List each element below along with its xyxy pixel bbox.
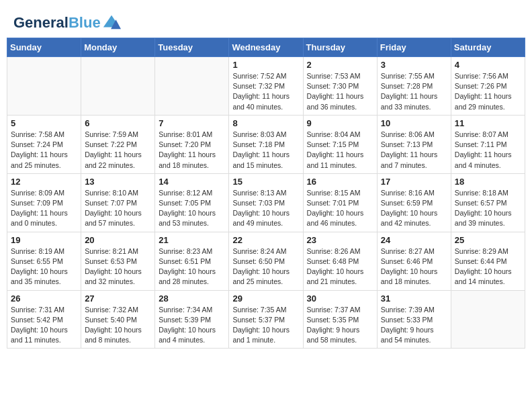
calendar-cell: 29Sunrise: 7:35 AM Sunset: 5:37 PM Dayli…	[229, 290, 303, 349]
calendar-week-2: 5Sunrise: 7:58 AM Sunset: 7:24 PM Daylig…	[7, 115, 525, 173]
day-number: 13	[85, 177, 151, 187]
day-info: Sunrise: 8:19 AM Sunset: 6:55 PM Dayligh…	[11, 246, 77, 287]
calendar-cell: 3Sunrise: 7:55 AM Sunset: 7:28 PM Daylig…	[377, 57, 451, 116]
calendar-cell	[7, 57, 81, 116]
day-info: Sunrise: 7:39 AM Sunset: 5:33 PM Dayligh…	[381, 305, 447, 346]
calendar-cell: 23Sunrise: 8:26 AM Sunset: 6:48 PM Dayli…	[303, 232, 377, 290]
day-number: 12	[11, 177, 77, 187]
calendar-cell: 17Sunrise: 8:16 AM Sunset: 6:59 PM Dayli…	[377, 173, 451, 232]
calendar-cell: 30Sunrise: 7:37 AM Sunset: 5:35 PM Dayli…	[303, 290, 377, 349]
day-info: Sunrise: 7:59 AM Sunset: 7:22 PM Dayligh…	[85, 130, 151, 171]
day-number: 10	[381, 118, 447, 128]
day-info: Sunrise: 7:35 AM Sunset: 5:37 PM Dayligh…	[232, 305, 299, 346]
calendar-cell: 8Sunrise: 8:03 AM Sunset: 7:18 PM Daylig…	[229, 115, 303, 173]
col-header-monday: Monday	[81, 38, 155, 57]
calendar-cell: 14Sunrise: 8:12 AM Sunset: 7:05 PM Dayli…	[155, 173, 229, 232]
calendar-cell: 7Sunrise: 8:01 AM Sunset: 7:20 PM Daylig…	[155, 115, 229, 173]
day-number: 16	[307, 177, 373, 187]
day-info: Sunrise: 8:09 AM Sunset: 7:09 PM Dayligh…	[11, 188, 77, 229]
day-info: Sunrise: 8:16 AM Sunset: 6:59 PM Dayligh…	[381, 188, 447, 229]
day-number: 19	[11, 235, 77, 245]
day-info: Sunrise: 7:55 AM Sunset: 7:28 PM Dayligh…	[381, 71, 447, 112]
day-info: Sunrise: 7:52 AM Sunset: 7:32 PM Dayligh…	[232, 71, 299, 112]
day-info: Sunrise: 8:13 AM Sunset: 7:03 PM Dayligh…	[232, 188, 299, 229]
calendar-cell: 31Sunrise: 7:39 AM Sunset: 5:33 PM Dayli…	[377, 290, 451, 349]
calendar-week-1: 1Sunrise: 7:52 AM Sunset: 7:32 PM Daylig…	[7, 57, 525, 116]
day-number: 28	[159, 293, 225, 304]
day-number: 2	[307, 60, 373, 70]
day-info: Sunrise: 7:53 AM Sunset: 7:30 PM Dayligh…	[307, 71, 373, 112]
day-number: 21	[159, 235, 225, 245]
calendar-cell: 27Sunrise: 7:32 AM Sunset: 5:40 PM Dayli…	[81, 290, 155, 349]
day-info: Sunrise: 8:07 AM Sunset: 7:11 PM Dayligh…	[455, 130, 521, 171]
day-info: Sunrise: 8:24 AM Sunset: 6:50 PM Dayligh…	[232, 246, 299, 287]
day-info: Sunrise: 7:34 AM Sunset: 5:39 PM Dayligh…	[159, 305, 225, 346]
day-info: Sunrise: 8:26 AM Sunset: 6:48 PM Dayligh…	[307, 246, 373, 287]
day-number: 30	[307, 293, 373, 304]
calendar-cell: 15Sunrise: 8:13 AM Sunset: 7:03 PM Dayli…	[229, 173, 303, 232]
day-number: 20	[85, 235, 151, 245]
day-info: Sunrise: 8:03 AM Sunset: 7:18 PM Dayligh…	[232, 130, 299, 171]
day-number: 22	[232, 235, 299, 245]
logo: GeneralBlue	[13, 13, 121, 32]
day-info: Sunrise: 8:18 AM Sunset: 6:57 PM Dayligh…	[455, 188, 521, 229]
day-info: Sunrise: 8:01 AM Sunset: 7:20 PM Dayligh…	[159, 130, 225, 171]
calendar-cell: 19Sunrise: 8:19 AM Sunset: 6:55 PM Dayli…	[7, 232, 81, 290]
day-number: 14	[159, 177, 225, 187]
calendar-cell: 16Sunrise: 8:15 AM Sunset: 7:01 PM Dayli…	[303, 173, 377, 232]
col-header-thursday: Thursday	[303, 38, 377, 57]
calendar-cell	[81, 57, 155, 116]
day-number: 24	[381, 235, 447, 245]
calendar-cell	[451, 290, 525, 349]
day-info: Sunrise: 8:10 AM Sunset: 7:07 PM Dayligh…	[85, 188, 151, 229]
day-info: Sunrise: 8:15 AM Sunset: 7:01 PM Dayligh…	[307, 188, 373, 229]
calendar-cell: 24Sunrise: 8:27 AM Sunset: 6:46 PM Dayli…	[377, 232, 451, 290]
day-number: 9	[307, 118, 373, 128]
day-number: 3	[381, 60, 447, 70]
day-number: 29	[232, 293, 299, 304]
day-number: 11	[455, 118, 521, 128]
day-number: 4	[455, 60, 521, 70]
calendar-cell: 2Sunrise: 7:53 AM Sunset: 7:30 PM Daylig…	[303, 57, 377, 116]
day-number: 25	[455, 235, 521, 245]
day-number: 15	[232, 177, 299, 187]
day-info: Sunrise: 8:04 AM Sunset: 7:15 PM Dayligh…	[307, 130, 373, 171]
day-number: 27	[85, 293, 151, 304]
calendar-cell: 28Sunrise: 7:34 AM Sunset: 5:39 PM Dayli…	[155, 290, 229, 349]
day-number: 17	[381, 177, 447, 187]
day-number: 1	[232, 60, 299, 70]
day-info: Sunrise: 8:21 AM Sunset: 6:53 PM Dayligh…	[85, 246, 151, 287]
day-info: Sunrise: 7:32 AM Sunset: 5:40 PM Dayligh…	[85, 305, 151, 346]
calendar-cell: 1Sunrise: 7:52 AM Sunset: 7:32 PM Daylig…	[229, 57, 303, 116]
calendar-cell: 25Sunrise: 8:29 AM Sunset: 6:44 PM Dayli…	[451, 232, 525, 290]
calendar-cell: 22Sunrise: 8:24 AM Sunset: 6:50 PM Dayli…	[229, 232, 303, 290]
day-number: 26	[11, 293, 77, 304]
page-header: GeneralBlue	[7, 7, 525, 38]
calendar-cell: 6Sunrise: 7:59 AM Sunset: 7:22 PM Daylig…	[81, 115, 155, 173]
day-info: Sunrise: 8:29 AM Sunset: 6:44 PM Dayligh…	[455, 246, 521, 287]
calendar-week-4: 19Sunrise: 8:19 AM Sunset: 6:55 PM Dayli…	[7, 232, 525, 290]
day-info: Sunrise: 8:27 AM Sunset: 6:46 PM Dayligh…	[381, 246, 447, 287]
day-number: 5	[11, 118, 77, 128]
day-info: Sunrise: 8:23 AM Sunset: 6:51 PM Dayligh…	[159, 246, 225, 287]
calendar-cell	[155, 57, 229, 116]
col-header-tuesday: Tuesday	[155, 38, 229, 57]
col-header-wednesday: Wednesday	[229, 38, 303, 57]
calendar-cell: 10Sunrise: 8:06 AM Sunset: 7:13 PM Dayli…	[377, 115, 451, 173]
calendar-cell: 21Sunrise: 8:23 AM Sunset: 6:51 PM Dayli…	[155, 232, 229, 290]
day-info: Sunrise: 7:31 AM Sunset: 5:42 PM Dayligh…	[11, 305, 77, 346]
day-number: 18	[455, 177, 521, 187]
calendar-cell: 20Sunrise: 8:21 AM Sunset: 6:53 PM Dayli…	[81, 232, 155, 290]
logo-text: GeneralBlue	[13, 15, 101, 31]
day-info: Sunrise: 7:56 AM Sunset: 7:26 PM Dayligh…	[455, 71, 521, 112]
day-info: Sunrise: 7:37 AM Sunset: 5:35 PM Dayligh…	[307, 305, 373, 346]
calendar-week-5: 26Sunrise: 7:31 AM Sunset: 5:42 PM Dayli…	[7, 290, 525, 349]
logo-icon	[102, 13, 121, 32]
day-info: Sunrise: 8:06 AM Sunset: 7:13 PM Dayligh…	[381, 130, 447, 171]
calendar-cell: 26Sunrise: 7:31 AM Sunset: 5:42 PM Dayli…	[7, 290, 81, 349]
col-header-friday: Friday	[377, 38, 451, 57]
day-number: 31	[381, 293, 447, 304]
calendar-cell: 12Sunrise: 8:09 AM Sunset: 7:09 PM Dayli…	[7, 173, 81, 232]
calendar-week-3: 12Sunrise: 8:09 AM Sunset: 7:09 PM Dayli…	[7, 173, 525, 232]
day-number: 7	[159, 118, 225, 128]
